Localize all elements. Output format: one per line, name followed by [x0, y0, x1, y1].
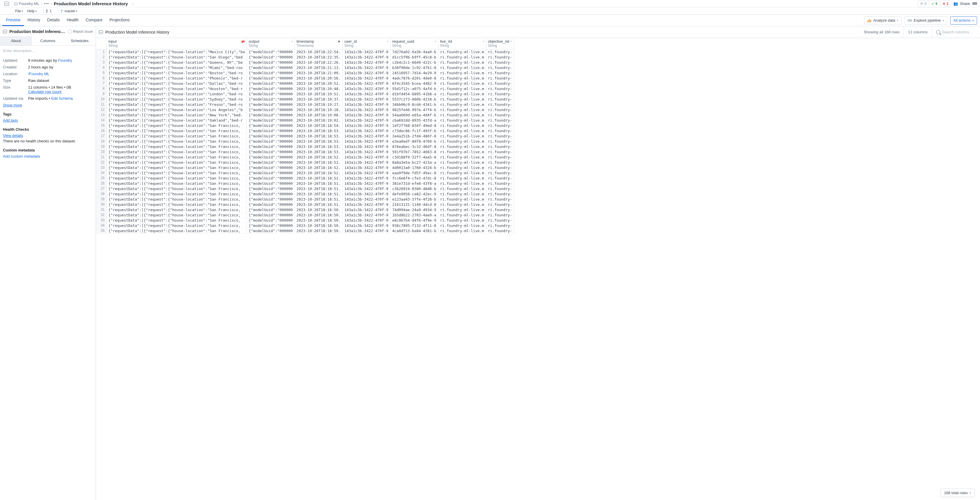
- table-row[interactable]: 14{"requestData":[{"request":{"house-loc…: [96, 117, 514, 123]
- cell-user_id[interactable]: 143a1c3b-3422-470f-9: [342, 139, 391, 144]
- table-row[interactable]: 19{"requestData":[{"request":{"house-loc…: [96, 144, 514, 149]
- cell-timestamp[interactable]: 2023-10-26T18:18:51.: [294, 181, 342, 186]
- analyze-data-button[interactable]: Analyze data ▾: [864, 16, 902, 25]
- cell-input[interactable]: {"requestData":[{"request":{"house-locat…: [107, 97, 247, 102]
- cell-timestamp[interactable]: 2023-10-26T18:19:51.: [294, 91, 342, 97]
- cell-request_uuid[interactable]: 4adc7876-d201-4de0-8: [390, 75, 438, 81]
- cell-output[interactable]: {"modelUuid":"000000: [247, 102, 295, 107]
- cell-request_uuid[interactable]: c3b26924-0380-48d8-b: [390, 186, 438, 191]
- cell-timestamp[interactable]: 2023-10-26T18:19:02.: [294, 117, 342, 123]
- cell-user_id[interactable]: 143a1c3b-3422-470f-9: [342, 102, 391, 107]
- menu-file[interactable]: File▾: [15, 9, 23, 13]
- cell-output[interactable]: {"modelUuid":"000000: [247, 86, 295, 91]
- menu-help[interactable]: Help▾: [27, 9, 37, 13]
- cell-objective_rid[interactable]: ri.foundry-: [486, 70, 514, 75]
- table-row[interactable]: 25{"requestData":[{"request":{"house-loc…: [96, 175, 514, 181]
- cell-objective_rid[interactable]: ri.foundry-: [486, 123, 514, 128]
- cell-user_id[interactable]: 143a1c3b-3422-470f-9: [342, 212, 391, 217]
- cell-user_id[interactable]: 143a1c3b-3422-470f-9: [342, 60, 391, 65]
- edit-schema-link[interactable]: Edit Schema: [51, 96, 73, 101]
- cell-output[interactable]: {"modelUuid":"000000: [247, 60, 295, 65]
- cell-user_id[interactable]: 143a1c3b-3422-470f-9: [342, 165, 391, 170]
- cell-request_uuid[interactable]: 4d0013a0-1760-4324-b: [390, 165, 438, 170]
- cell-request_uuid[interactable]: 4ca0d713-ba84-4381-b: [390, 228, 438, 233]
- cell-request_uuid[interactable]: c2b4c2c1-6649-422c-b: [390, 60, 438, 65]
- cell-user_id[interactable]: 143a1c3b-3422-470f-9: [342, 49, 391, 54]
- cell-timestamp[interactable]: 2023-10-26T18:18:50.: [294, 212, 342, 217]
- cell-output[interactable]: {"modelUuid":"000000: [247, 154, 295, 160]
- cell-objective_rid[interactable]: ri.foundry-: [486, 160, 514, 165]
- cell-objective_rid[interactable]: ri.foundry-: [486, 65, 514, 70]
- cell-objective_rid[interactable]: ri.foundry-: [486, 112, 514, 117]
- calculate-rows-link[interactable]: Calculate row count: [28, 89, 61, 94]
- table-row[interactable]: 10{"requestData":[{"request":{"house-loc…: [96, 97, 514, 102]
- cell-objective_rid[interactable]: ri.foundry-: [486, 60, 514, 65]
- updated-by-link[interactable]: Foundry: [58, 58, 72, 63]
- cell-input[interactable]: {"requestData":[{"request":{"house-locat…: [107, 54, 247, 60]
- cell-output[interactable]: {"modelUuid":"000000: [247, 160, 295, 165]
- table-row[interactable]: 24{"requestData":[{"request":{"house-loc…: [96, 170, 514, 175]
- cell-input[interactable]: {"requestData":[{"request":{"house-locat…: [107, 175, 247, 181]
- table-row[interactable]: 35{"requestData":[{"request":{"house-loc…: [96, 228, 514, 233]
- column-header-input[interactable]: input📌String: [107, 38, 247, 49]
- cell-input[interactable]: {"requestData":[{"request":{"house-locat…: [107, 60, 247, 65]
- cell-input[interactable]: {"requestData":[{"request":{"house-locat…: [107, 86, 247, 91]
- cell-request_uuid[interactable]: 54aa069d-e65a-4d4f-b: [390, 112, 438, 117]
- cell-timestamp[interactable]: 2023-10-26T18:19:18.: [294, 107, 342, 112]
- table-row[interactable]: 28{"requestData":[{"request":{"house-loc…: [96, 191, 514, 197]
- cell-live_rid[interactable]: ri.foundry-ml-live.m: [438, 81, 486, 86]
- cell-output[interactable]: {"modelUuid":"000000: [247, 70, 295, 75]
- cell-timestamp[interactable]: 2023-10-26T18:18:52.: [294, 154, 342, 160]
- table-row[interactable]: 13{"requestData":[{"request":{"house-loc…: [96, 112, 514, 117]
- cell-live_rid[interactable]: ri.foundry-ml-live.m: [438, 170, 486, 175]
- cell-objective_rid[interactable]: ri.foundry-: [486, 86, 514, 91]
- cell-input[interactable]: {"requestData":[{"request":{"house-locat…: [107, 186, 247, 191]
- table-row[interactable]: 34{"requestData":[{"request":{"house-loc…: [96, 223, 514, 228]
- navtab-history[interactable]: History: [24, 14, 44, 26]
- table-row[interactable]: 33{"requestData":[{"request":{"house-loc…: [96, 217, 514, 223]
- cell-input[interactable]: {"requestData":[{"request":{"house-locat…: [107, 133, 247, 139]
- navtab-compare[interactable]: Compare: [82, 14, 106, 26]
- table-row[interactable]: 6{"requestData":[{"request":{"house-loca…: [96, 75, 514, 81]
- cell-input[interactable]: {"requestData":[{"request":{"house-locat…: [107, 75, 247, 81]
- cell-user_id[interactable]: 143a1c3b-3422-470f-9: [342, 123, 391, 128]
- cell-input[interactable]: {"requestData":[{"request":{"house-locat…: [107, 144, 247, 149]
- cell-timestamp[interactable]: 2023-10-26T18:22:26.: [294, 60, 342, 65]
- cell-output[interactable]: {"modelUuid":"000000: [247, 54, 295, 60]
- cell-input[interactable]: {"requestData":[{"request":{"house-locat…: [107, 170, 247, 175]
- column-menu-icon[interactable]: ▾: [483, 40, 484, 43]
- cell-timestamp[interactable]: 2023-10-26T18:18:50.: [294, 228, 342, 233]
- table-row[interactable]: 27{"requestData":[{"request":{"house-loc…: [96, 186, 514, 191]
- table-row[interactable]: 15{"requestData":[{"request":{"house-loc…: [96, 123, 514, 128]
- cell-user_id[interactable]: 143a1c3b-3422-470f-9: [342, 175, 391, 181]
- cell-output[interactable]: {"modelUuid":"000000: [247, 128, 295, 133]
- cell-request_uuid[interactable]: e3ea0edf-80f8-4769-b: [390, 139, 438, 144]
- show-more-link[interactable]: Show more: [3, 103, 22, 107]
- cell-output[interactable]: {"modelUuid":"000000: [247, 228, 295, 233]
- cell-user_id[interactable]: 143a1c3b-3422-470f-9: [342, 144, 391, 149]
- cell-request_uuid[interactable]: 876eabec-3c32-46df-8: [390, 144, 438, 149]
- cell-request_uuid[interactable]: 55d1f12c-a075-4afd-b: [390, 86, 438, 91]
- cell-live_rid[interactable]: ri.foundry-ml-live.m: [438, 181, 486, 186]
- cell-objective_rid[interactable]: ri.foundry-: [486, 49, 514, 54]
- cell-output[interactable]: {"modelUuid":"000000: [247, 191, 295, 197]
- cell-timestamp[interactable]: 2023-10-26T18:18:50.: [294, 223, 342, 228]
- cell-objective_rid[interactable]: ri.foundry-: [486, 223, 514, 228]
- table-row[interactable]: 7{"requestData":[{"request":{"house-loca…: [96, 81, 514, 86]
- cell-input[interactable]: {"requestData":[{"request":{"house-locat…: [107, 107, 247, 112]
- column-header-timestamp[interactable]: timestamp▼Timestamp: [294, 38, 342, 49]
- cell-request_uuid[interactable]: d1bfd454-6895-41b8-a: [390, 91, 438, 97]
- cell-request_uuid[interactable]: cba692dd-8935-43fd-a: [390, 117, 438, 123]
- cell-user_id[interactable]: 143a1c3b-3422-470f-9: [342, 170, 391, 175]
- cell-live_rid[interactable]: ri.foundry-ml-live.m: [438, 107, 486, 112]
- star-icon[interactable]: ☆: [131, 1, 135, 6]
- cell-output[interactable]: {"modelUuid":"000000: [247, 207, 295, 212]
- cell-request_uuid[interactable]: 9825fe46-997e-47f4-b: [390, 107, 438, 112]
- cell-objective_rid[interactable]: ri.foundry-: [486, 217, 514, 223]
- cell-live_rid[interactable]: ri.foundry-ml-live.m: [438, 128, 486, 133]
- cell-live_rid[interactable]: ri.foundry-ml-live.m: [438, 49, 486, 54]
- cell-objective_rid[interactable]: ri.foundry-: [486, 186, 514, 191]
- cell-user_id[interactable]: 143a1c3b-3422-470f-9: [342, 223, 391, 228]
- view-details-link[interactable]: View details: [3, 133, 23, 138]
- table-row[interactable]: 11{"requestData":[{"request":{"house-loc…: [96, 102, 514, 107]
